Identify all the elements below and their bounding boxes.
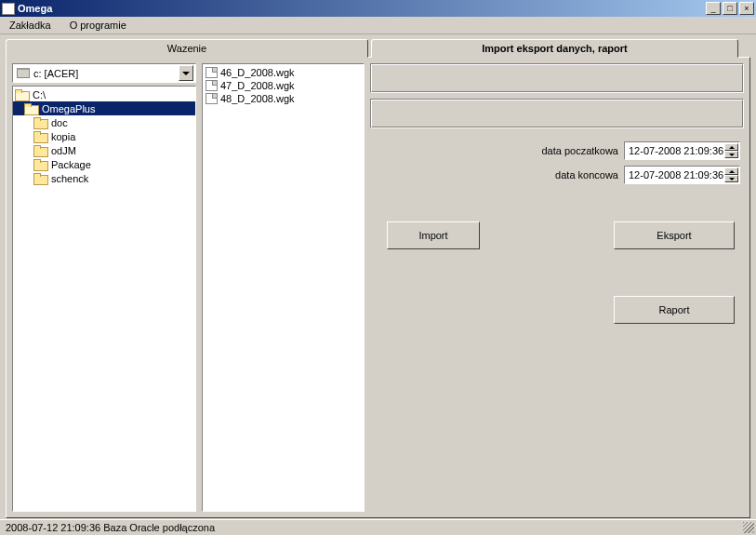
- import-button[interactable]: Import: [387, 221, 480, 249]
- folder-item[interactable]: doc: [13, 115, 195, 129]
- title-bar: Omega _ □ ×: [0, 0, 756, 17]
- tab-import-eksport[interactable]: Import eksport danych, raport: [371, 39, 738, 58]
- right-panel: data poczatkowa 12-07-2008 21:09:36 data…: [370, 63, 744, 512]
- end-date-value: 12-07-2008 21:09:36: [629, 169, 723, 181]
- menu-bar: Zakładka O programie: [0, 17, 756, 34]
- menu-zakladka[interactable]: Zakładka: [4, 18, 57, 33]
- group-box-1: [370, 63, 744, 93]
- folder-icon: [24, 103, 39, 114]
- drive-icon: [17, 68, 30, 78]
- file-name: 46_D_2008.wgk: [220, 67, 295, 78]
- file-name: 47_D_2008.wgk: [220, 80, 295, 91]
- folder-name: OmegaPlus: [42, 103, 95, 114]
- drive-dropdown-button[interactable]: [179, 65, 193, 81]
- group-box-2: [370, 99, 744, 128]
- eksport-button[interactable]: Eksport: [614, 221, 735, 249]
- folder-icon: [33, 117, 48, 128]
- spin-up-icon[interactable]: [724, 167, 738, 175]
- client-area: Wazenie Import eksport danych, raport c:…: [0, 34, 756, 519]
- menu-oprogramie[interactable]: O programie: [64, 18, 132, 33]
- file-item[interactable]: 46_D_2008.wgk: [205, 66, 362, 79]
- end-date-label: data koncowa: [555, 169, 618, 181]
- folder-icon: [33, 145, 48, 156]
- status-bar: 2008-07-12 21:09:36 Baza Oracle podłączo…: [0, 519, 756, 535]
- file-icon: [206, 93, 218, 104]
- tab-strip: Wazenie Import eksport danych, raport: [6, 38, 750, 57]
- folder-name: Package: [51, 159, 91, 170]
- end-date-spinner: [724, 167, 738, 182]
- folder-icon: [15, 89, 30, 100]
- start-date-value: 12-07-2008 21:09:36: [629, 145, 723, 156]
- start-date-row: data poczatkowa 12-07-2008 21:09:36: [370, 141, 744, 160]
- status-text: 2008-07-12 21:09:36 Baza Oracle podłączo…: [6, 522, 215, 533]
- folder-icon: [33, 159, 48, 170]
- folder-icon: [33, 173, 48, 184]
- folder-item[interactable]: odJM: [13, 143, 195, 157]
- file-item[interactable]: 47_D_2008.wgk: [205, 79, 362, 92]
- resize-grip-icon[interactable]: [743, 522, 754, 533]
- folder-panel: c: [ACER] C:\OmegaPlusdockopiaodJMPackag…: [12, 63, 196, 512]
- folder-item[interactable]: kopia: [13, 129, 195, 143]
- folder-icon: [33, 131, 48, 142]
- file-icon: [206, 80, 218, 91]
- minimize-button[interactable]: _: [706, 2, 721, 15]
- end-date-field[interactable]: 12-07-2008 21:09:36: [624, 166, 740, 184]
- spin-down-icon[interactable]: [724, 175, 738, 182]
- close-button[interactable]: ×: [739, 2, 754, 15]
- folder-name: kopia: [51, 131, 75, 142]
- drive-label: c: [ACER]: [33, 68, 78, 79]
- end-date-row: data koncowa 12-07-2008 21:09:36: [370, 166, 744, 184]
- drive-combo[interactable]: c: [ACER]: [12, 63, 196, 83]
- folder-name: schenck: [51, 173, 88, 184]
- file-name: 48_D_2008.wgk: [220, 93, 295, 104]
- tab-wazenie[interactable]: Wazenie: [6, 39, 368, 58]
- folder-item[interactable]: C:\: [13, 87, 195, 101]
- tab-panel: c: [ACER] C:\OmegaPlusdockopiaodJMPackag…: [6, 57, 750, 518]
- file-list[interactable]: 46_D_2008.wgk47_D_2008.wgk48_D_2008.wgk: [202, 63, 365, 512]
- start-date-field[interactable]: 12-07-2008 21:09:36: [624, 141, 740, 160]
- folder-name: odJM: [51, 145, 76, 156]
- spin-down-icon[interactable]: [724, 151, 738, 158]
- folder-item[interactable]: Package: [13, 157, 195, 171]
- folder-item[interactable]: OmegaPlus: [13, 101, 195, 115]
- window-title: Omega: [18, 3, 706, 14]
- file-panel: 46_D_2008.wgk47_D_2008.wgk48_D_2008.wgk: [202, 63, 365, 512]
- window-buttons: _ □ ×: [706, 2, 754, 15]
- folder-list[interactable]: C:\OmegaPlusdockopiaodJMPackageschenck: [12, 86, 196, 512]
- start-date-label: data poczatkowa: [541, 145, 618, 156]
- raport-button[interactable]: Raport: [614, 296, 735, 324]
- folder-name: C:\: [33, 89, 46, 100]
- folder-name: doc: [51, 117, 68, 128]
- file-item[interactable]: 48_D_2008.wgk: [205, 92, 362, 105]
- app-icon: [2, 3, 15, 15]
- folder-item[interactable]: schenck: [13, 171, 195, 185]
- file-icon: [206, 67, 218, 78]
- maximize-button[interactable]: □: [723, 2, 737, 15]
- spin-up-icon[interactable]: [724, 143, 738, 151]
- start-date-spinner: [724, 143, 738, 158]
